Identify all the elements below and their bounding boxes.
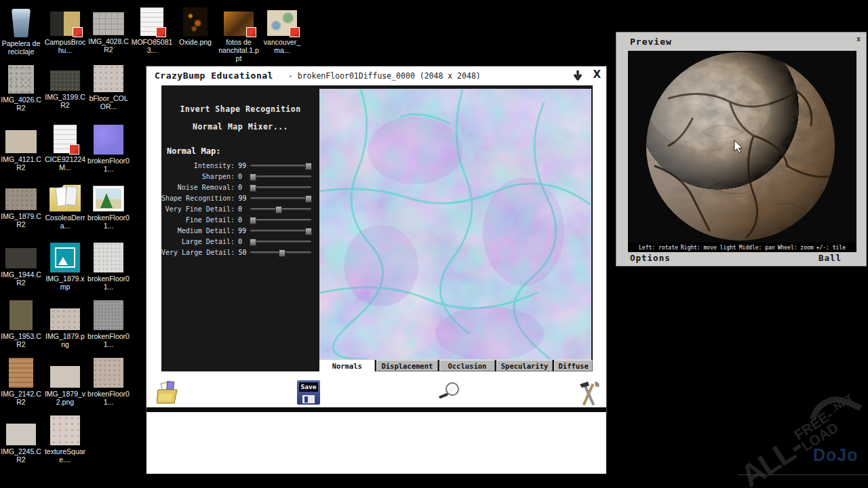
invert-shape-recognition-button[interactable]: Invert Shape Recognition xyxy=(161,104,319,115)
desktop-icon-brokenfloor-normal[interactable]: brokenFloor01... xyxy=(87,125,130,173)
desktop-icon-campusbrochu[interactable]: CampusBrochu... xyxy=(44,12,86,54)
save-button[interactable]: Save xyxy=(297,380,321,405)
slider-thumb[interactable] xyxy=(305,195,312,203)
desktop-icon-img1879xmp[interactable]: IMG_1879.xmp xyxy=(44,243,86,291)
slider-thumb[interactable] xyxy=(279,249,285,257)
desktop-icon-label: IMG_4028.CR2 xyxy=(87,37,130,54)
desktop-icon-recycle-bin[interactable]: Papelera de reciclaje xyxy=(0,9,42,56)
desktop-icon-label: vancouver_ma... xyxy=(261,38,303,54)
image-file-icon xyxy=(5,188,37,210)
image-file-icon xyxy=(94,125,123,155)
preview-viewport[interactable]: Left: rotate Right: move light Middle: p… xyxy=(628,51,856,252)
desktop-icon-img2142[interactable]: IMG_2142.CR2 xyxy=(0,358,42,406)
slider-value: 0 xyxy=(238,216,248,224)
desktop-icon-label: CosoleaDerra... xyxy=(44,214,86,230)
slider-thumb[interactable] xyxy=(250,239,256,246)
slider-track[interactable] xyxy=(250,165,311,167)
desktop-icon-img4121[interactable]: IMG_4121.CR2 xyxy=(0,130,42,171)
desktop-icon-img2245[interactable]: IMG_2245.CR2 xyxy=(0,424,42,464)
desktop-icon-brokenfloor-white[interactable]: brokenFloor01... xyxy=(87,243,130,291)
tab-specularity[interactable]: Specularity xyxy=(496,360,553,371)
slider-thumb[interactable] xyxy=(250,184,256,192)
titlebar[interactable]: CrazyBump Educational - brokenFloor01Dif… xyxy=(146,66,606,85)
desktop-icon-cosolea-folder[interactable]: CosoleaDerra... xyxy=(44,184,86,230)
map-tabs: Normals Displacement Occlusion Speculari… xyxy=(319,360,593,371)
normal-map-canvas[interactable] xyxy=(319,89,591,360)
slider-track[interactable] xyxy=(250,208,311,210)
preview-close-icon[interactable]: x xyxy=(856,35,861,43)
ball-shape-button[interactable]: Ball xyxy=(818,253,842,263)
desktop-icon-label: bFloor_COLOR... xyxy=(87,94,130,110)
desktop-icon-brokenfloor-pic[interactable]: brokenFloor01... xyxy=(87,186,130,230)
open-file-button[interactable] xyxy=(157,380,181,405)
watermark-text: ALL- FREE- LOAD .NET xyxy=(736,392,865,488)
desktop-icon-img1879v2[interactable]: IMG_1879_v2.png xyxy=(44,366,86,406)
tab-displacement[interactable]: Displacement xyxy=(376,360,439,371)
hint-bar: Left: rotate Right: move light Middle: p… xyxy=(628,243,856,252)
slider-thumb[interactable] xyxy=(305,228,312,235)
desktop-icon-mofo[interactable]: MOFO850813... xyxy=(131,7,173,54)
slider-thumb[interactable] xyxy=(250,217,256,224)
slider-track[interactable] xyxy=(250,176,311,178)
slider-thumb[interactable] xyxy=(305,163,312,170)
desktop-icon-label: IMG_4121.CR2 xyxy=(0,155,42,171)
slider-noise-removal: Noise Removal:0 xyxy=(161,182,319,192)
presentation-file-icon xyxy=(224,12,254,36)
normal-map-mixer-button[interactable]: Normal Map Mixer... xyxy=(161,121,319,132)
image-file-icon xyxy=(93,186,124,211)
tab-occlusion[interactable]: Occlusion xyxy=(439,360,495,371)
desktop-icon-img1944[interactable]: IMG_1944.CR2 xyxy=(0,248,42,287)
desktop-icon-img4028[interactable]: IMG_4028.CR2 xyxy=(87,12,130,54)
desktop-icon-bfloor-color[interactable]: bFloor_COLOR... xyxy=(87,65,130,110)
settings-button[interactable] xyxy=(576,380,600,405)
desktop-icon-img1953[interactable]: IMG_1953.CR2 xyxy=(0,300,42,348)
slider-label: Very Large Detail: xyxy=(161,249,235,256)
image-file-icon xyxy=(50,70,80,91)
hint-tile: +/-: tile xyxy=(816,245,846,251)
slider-thumb[interactable] xyxy=(275,206,282,214)
image-file-icon xyxy=(5,248,37,268)
desktop-icon-cice[interactable]: CICE921224M... xyxy=(44,125,86,171)
slider-value: 99 xyxy=(238,227,248,235)
zoom-button[interactable] xyxy=(435,380,459,405)
slider-label: Very Fine Detail: xyxy=(165,205,235,213)
slider-intensity: Intensity:99 xyxy=(161,160,319,171)
pdf-file-icon xyxy=(54,125,77,153)
slider-track[interactable] xyxy=(250,230,311,232)
tab-diffuse[interactable]: Diffuse xyxy=(554,360,593,371)
desktop-icon-img4026[interactable]: IMG_4026.CR2 xyxy=(0,65,42,112)
options-button[interactable]: Options xyxy=(630,253,671,263)
desktop-icon-label: brokenFloor01... xyxy=(87,157,130,173)
slider-very-large-detail: Very Large Detail:50 xyxy=(161,247,319,258)
close-icon[interactable]: X xyxy=(593,68,601,81)
desktop-icon-texturesquare[interactable]: textureSquare.... xyxy=(44,415,86,464)
preview-ball-render xyxy=(628,51,856,252)
slider-thumb[interactable] xyxy=(250,174,256,181)
normal-map-section-label: Normal Map: xyxy=(167,146,220,156)
desktop-icon-label: brokenFloor01... xyxy=(87,214,130,230)
slider-value: 50 xyxy=(238,249,248,256)
image-file-icon xyxy=(50,415,80,445)
slider-value: 0 xyxy=(238,238,248,245)
desktop-icon-vancouver[interactable]: vancouver_ma... xyxy=(261,10,303,54)
slider-value: 0 xyxy=(238,184,248,191)
desktop-icon-brokenfloor-tan[interactable]: brokenFloor01... xyxy=(87,358,130,406)
desktop-icon-img1879cr2[interactable]: IMG_1879.CR2 xyxy=(0,188,42,228)
slider-track[interactable] xyxy=(250,241,311,243)
slider-track[interactable] xyxy=(250,186,311,188)
magnifier-icon xyxy=(435,380,462,403)
desktop-icon-img1879png[interactable]: IMG_1879.png xyxy=(44,308,86,348)
slider-track[interactable] xyxy=(250,251,311,253)
desktop-icon-brokenfloor-gray[interactable]: brokenFloor01... xyxy=(87,300,130,348)
slider-medium-detail: Medium Detail:99 xyxy=(161,225,319,236)
image-file-icon xyxy=(50,366,80,388)
desktop-icon-oxide[interactable]: Oxide.png xyxy=(174,7,216,46)
slider-track[interactable] xyxy=(250,219,311,221)
desktop-icon-fotos-ppt[interactable]: fotos de nanchital.1.ppt xyxy=(218,12,260,62)
desktop-icon-img3199[interactable]: IMG_3199.CR2 xyxy=(44,70,86,109)
minimize-arrow-icon[interactable] xyxy=(572,69,583,81)
slider-fine-detail: Fine Detail:0 xyxy=(161,214,319,225)
tab-normals[interactable]: Normals xyxy=(319,360,375,371)
save-floppy-icon: Save xyxy=(297,380,320,405)
slider-track[interactable] xyxy=(250,197,311,199)
